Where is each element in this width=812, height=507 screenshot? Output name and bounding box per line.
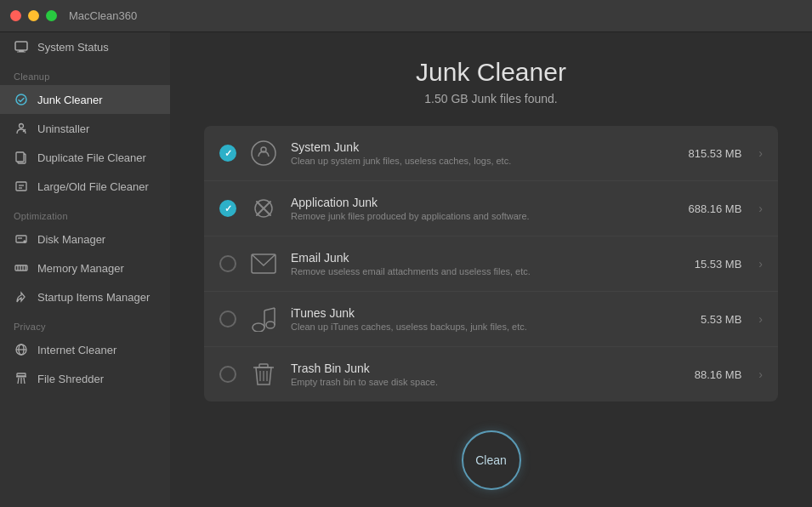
system-junk-checkbox[interactable] — [219, 145, 236, 162]
email-junk-info: Email Junk Remove useless email attachme… — [291, 251, 683, 276]
svg-rect-23 — [17, 373, 26, 376]
itunes-junk-size: 5.53 MB — [701, 313, 741, 326]
page-title: Junk Cleaner — [416, 58, 566, 87]
trash-junk-icon-wrap — [248, 359, 279, 390]
svg-point-13 — [24, 241, 26, 242]
sidebar-item-duplicate-file-cleaner[interactable]: Duplicate File Cleaner — [0, 143, 170, 172]
duplicate-file-cleaner-label: Duplicate File Cleaner — [37, 151, 146, 164]
privacy-section-label: Privacy — [0, 311, 170, 335]
system-status-label: System Status — [37, 41, 109, 54]
itunes-junk-desc: Clean up iTunes caches, useless backups,… — [291, 322, 689, 332]
sidebar: System Status Cleanup Junk Cleaner — [0, 32, 170, 507]
system-junk-name: System Junk — [291, 140, 676, 154]
sidebar-item-junk-cleaner[interactable]: Junk Cleaner — [0, 85, 170, 114]
minimize-button[interactable] — [28, 10, 39, 21]
sidebar-item-internet-cleaner[interactable]: Internet Cleaner — [0, 335, 170, 364]
trash-junk-info: Trash Bin Junk Empty trash bin to save d… — [291, 362, 683, 387]
svg-rect-24 — [16, 376, 26, 378]
sidebar-item-disk-manager[interactable]: Disk Manager — [0, 225, 170, 254]
clean-button-wrap: Clean — [462, 430, 521, 490]
title-bar: MacClean360 — [0, 0, 812, 32]
application-junk-checkbox[interactable] — [219, 200, 236, 217]
svg-rect-8 — [16, 152, 24, 162]
email-junk-chevron: › — [758, 257, 763, 271]
email-junk-icon-wrap — [248, 248, 279, 279]
junk-row-trash[interactable]: Trash Bin Junk Empty trash bin to save d… — [204, 347, 778, 402]
system-junk-icon-wrap — [248, 138, 279, 168]
content-area: Junk Cleaner 1.50 GB Junk files found. S… — [170, 32, 812, 507]
trash-junk-size: 88.16 MB — [695, 368, 742, 381]
application-junk-desc: Remove junk files produced by applicatio… — [291, 211, 676, 221]
clean-button[interactable]: Clean — [462, 430, 521, 490]
email-junk-desc: Remove useless email attachments and use… — [291, 266, 683, 276]
svg-line-37 — [264, 308, 275, 310]
svg-rect-9 — [16, 182, 26, 191]
sidebar-item-large-old-file-cleaner[interactable]: Large/Old File Cleaner — [0, 172, 170, 201]
system-junk-icon — [250, 140, 277, 167]
large-file-icon — [14, 179, 29, 194]
email-junk-name: Email Junk — [291, 251, 683, 265]
uninstaller-icon — [14, 121, 29, 136]
junk-row-itunes[interactable]: iTunes Junk Clean up iTunes caches, usel… — [204, 292, 778, 347]
svg-rect-0 — [15, 42, 27, 50]
sidebar-item-file-shredder[interactable]: File Shredder — [0, 364, 170, 393]
junk-row-system[interactable]: System Junk Clean up system junk files, … — [204, 126, 778, 181]
memory-manager-label: Memory Manager — [37, 262, 124, 275]
page-subtitle: 1.50 GB Junk files found. — [424, 92, 557, 105]
main-layout: System Status Cleanup Junk Cleaner — [0, 32, 812, 507]
sidebar-item-uninstaller[interactable]: Uninstaller — [0, 114, 170, 143]
svg-point-35 — [266, 322, 275, 328]
sidebar-item-startup-items-manager[interactable]: Startup Items Manager — [0, 282, 170, 311]
cleanup-section-label: Cleanup — [0, 61, 170, 85]
junk-row-application[interactable]: Application Junk Remove junk files produ… — [204, 181, 778, 236]
trash-junk-name: Trash Bin Junk — [291, 362, 683, 375]
disk-manager-label: Disk Manager — [37, 233, 105, 246]
email-junk-size: 15.53 MB — [695, 258, 742, 271]
startup-icon — [14, 289, 29, 305]
junk-cleaner-icon — [14, 92, 29, 107]
application-junk-name: Application Junk — [291, 196, 676, 209]
svg-point-4 — [20, 124, 24, 128]
sidebar-item-system-status[interactable]: System Status — [0, 32, 170, 61]
file-shredder-label: File Shredder — [37, 373, 104, 385]
system-junk-desc: Clean up system junk files, useless cach… — [291, 156, 676, 166]
trash-junk-icon — [253, 362, 275, 387]
email-junk-icon — [251, 254, 276, 274]
application-junk-icon-wrap — [248, 193, 279, 224]
application-junk-info: Application Junk Remove junk files produ… — [291, 196, 676, 221]
sidebar-item-memory-manager[interactable]: Memory Manager — [0, 254, 170, 282]
application-junk-chevron: › — [758, 202, 763, 215]
itunes-junk-checkbox[interactable] — [219, 310, 236, 328]
itunes-junk-chevron: › — [758, 312, 763, 326]
trash-junk-checkbox[interactable] — [219, 366, 236, 383]
trash-junk-desc: Empty trash bin to save disk space. — [291, 377, 683, 387]
app-title: MacClean360 — [69, 9, 137, 22]
junk-row-email[interactable]: Email Junk Remove useless email attachme… — [204, 236, 778, 292]
svg-rect-2 — [17, 52, 26, 53]
trash-junk-chevron: › — [758, 367, 763, 381]
svg-point-3 — [16, 94, 26, 105]
itunes-junk-icon-wrap — [248, 304, 279, 334]
junk-cleaner-label: Junk Cleaner — [37, 94, 103, 106]
itunes-junk-info: iTunes Junk Clean up iTunes caches, usel… — [291, 306, 689, 332]
system-junk-size: 815.53 MB — [688, 147, 741, 160]
uninstaller-label: Uninstaller — [37, 122, 89, 135]
close-button[interactable] — [10, 10, 21, 21]
application-junk-icon — [250, 195, 277, 222]
itunes-junk-icon — [252, 306, 275, 332]
monitor-icon — [14, 39, 29, 54]
system-junk-chevron: › — [758, 146, 763, 160]
internet-cleaner-icon — [14, 342, 29, 357]
optimization-section-label: Optimization — [0, 201, 170, 225]
system-junk-info: System Junk Clean up system junk files, … — [291, 140, 676, 166]
email-junk-checkbox[interactable] — [219, 255, 236, 272]
maximize-button[interactable] — [46, 10, 57, 21]
internet-cleaner-label: Internet Cleaner — [37, 344, 116, 356]
application-junk-size: 688.16 MB — [688, 202, 741, 215]
svg-point-28 — [252, 141, 275, 165]
svg-point-34 — [253, 323, 264, 332]
svg-rect-40 — [259, 364, 268, 367]
file-shredder-icon — [14, 371, 29, 386]
itunes-junk-name: iTunes Junk — [291, 306, 689, 320]
svg-line-25 — [18, 378, 19, 384]
